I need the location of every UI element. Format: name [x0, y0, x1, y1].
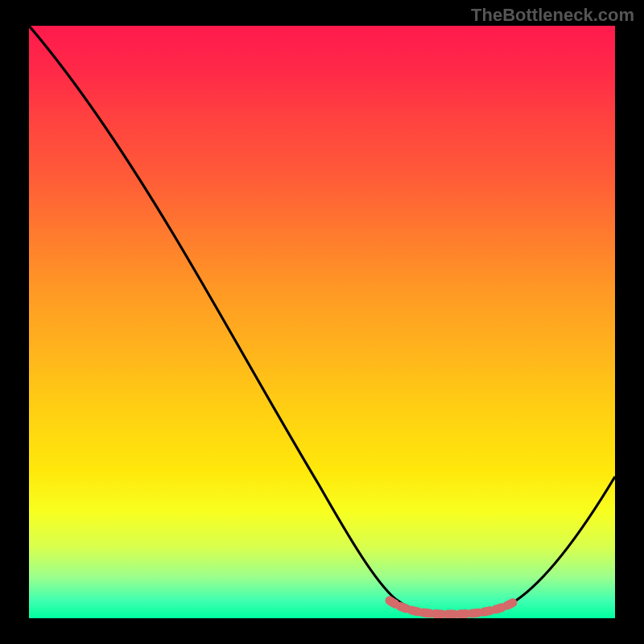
curve-path	[29, 26, 615, 614]
bottleneck-curve	[29, 26, 615, 618]
highlight-band-path	[390, 601, 515, 614]
watermark-text: TheBottleneck.com	[471, 5, 634, 26]
chart-plot-area	[29, 26, 615, 618]
